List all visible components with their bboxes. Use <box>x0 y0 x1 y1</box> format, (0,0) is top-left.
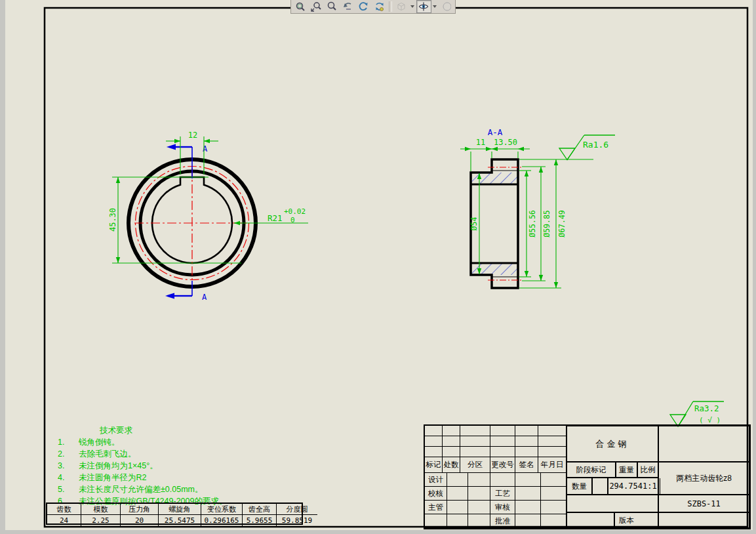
top-right-empty-cell <box>658 426 749 462</box>
previous-view-icon <box>342 1 353 12</box>
part-name: 两档主动齿轮z8 <box>676 473 732 484</box>
sign-label <box>425 514 447 528</box>
cut-arrow-top <box>167 144 176 150</box>
tech-req-item: 4.未注圆角半径为R2 <box>58 472 227 483</box>
zoom-to-area-button[interactable] <box>308 0 323 13</box>
view-orientation-button[interactable] <box>394 0 409 13</box>
zoom-to-area-icon <box>311 1 321 12</box>
surface-finish-text[interactable]: Ra1.6 <box>583 140 608 150</box>
revision-header: 更改号 <box>490 457 515 473</box>
drawing-no: SZBS-11 <box>687 499 721 508</box>
tech-req-title: 技术要求 <box>58 424 227 436</box>
technical-requirements: 技术要求 1.锐角倒钝。 2.去除毛刺飞边。 3.未注倒角均为1×45°。 4.… <box>58 424 227 507</box>
version-label: 版本 <box>619 516 634 525</box>
display-style-eye-icon <box>418 1 429 12</box>
shaded-sphere-icon <box>441 1 451 12</box>
weight-scale-cell: 294.7541:1 <box>608 478 658 495</box>
rotate-view-icon <box>358 1 368 12</box>
tech-req-text: 锐角倒钝。 <box>79 436 120 448</box>
dim-bore-tol-lower: 0 <box>290 216 295 224</box>
tech-req-item: 3.未注倒角均为1×45°。 <box>58 460 227 472</box>
gear-table-header: 变位系数 <box>201 504 243 515</box>
sign-label: 审核 <box>490 501 515 514</box>
gear-table-header: 压力角 <box>121 504 159 515</box>
zoom-in-out-button[interactable] <box>324 0 339 13</box>
view-toolbar <box>290 0 456 14</box>
gear-table-value: 59.8519 <box>277 515 317 526</box>
tech-req-item: 5.未注长度尺寸允许偏差±0.05mm。 <box>58 483 227 495</box>
gear-table-header: 分度圆 <box>277 504 317 515</box>
dim-keyway-depth-text[interactable]: 45.30 <box>108 208 117 232</box>
revision-header: 标记 <box>425 457 443 473</box>
scale-label-cell: 比例 <box>637 462 658 478</box>
sign-label: 主管 <box>425 501 447 514</box>
zoom-to-fit-button[interactable] <box>292 0 308 13</box>
zoom-in-out-icon <box>327 1 337 12</box>
sign-label: 工艺 <box>490 487 515 501</box>
gear-table-header: 齿数 <box>47 504 81 515</box>
gear-table-value: 24 <box>47 515 81 526</box>
title-block: 标记 处数 分区 更改号 签名 年月日 设计 校核工艺 主管审核 批准 合金钢 … <box>424 424 751 529</box>
rotate-view-button[interactable] <box>356 0 371 13</box>
view-orientation-cube-icon <box>396 1 407 12</box>
stage-mark-cell: 阶段标记 <box>567 462 616 478</box>
sign-label <box>490 473 515 487</box>
dim-bore-radius-text[interactable]: R21 <box>268 213 283 223</box>
display-style-dropdown[interactable] <box>432 1 438 12</box>
section-view-label: A-A <box>488 127 503 137</box>
view-orientation-dropdown[interactable] <box>410 1 416 12</box>
gear-table-header: 螺旋角 <box>159 504 201 515</box>
gear-table-header: 齿全高 <box>243 504 277 515</box>
toolbar-separator <box>389 1 392 12</box>
cut-label-bottom: A <box>202 293 207 302</box>
tech-req-no: 3. <box>58 460 79 472</box>
tech-req-no: 1. <box>58 436 79 448</box>
tech-req-no: 4. <box>58 472 79 483</box>
revision-grid <box>425 426 567 457</box>
dim-hub-width-text[interactable]: 11 <box>476 138 485 147</box>
revision-header: 分区 <box>460 457 490 473</box>
material-value: 合金钢 <box>596 438 629 450</box>
revision-header: 年月日 <box>538 457 567 473</box>
tech-req-text: 未注长度尺寸允许偏差±0.05mm。 <box>79 483 203 495</box>
gear-table-value: 25.5475 <box>159 515 201 526</box>
redraw-button[interactable] <box>372 0 387 13</box>
empty-wide-cell <box>567 495 658 512</box>
previous-view-button[interactable] <box>340 0 355 13</box>
signature-rows: 设计 校核工艺 主管审核 批准 <box>425 473 567 528</box>
dim-teeth-width-text[interactable]: 13.50 <box>494 138 517 147</box>
dim-hub-dia-text[interactable]: Ø54 <box>469 217 479 231</box>
surface-note-default-mark: ( √ ) <box>699 416 721 424</box>
dim-root-dia-text[interactable]: Ø55.56 <box>528 210 537 237</box>
surface-note-text[interactable]: Ra3.2 <box>694 403 719 413</box>
tech-req-no: 5. <box>58 483 79 495</box>
tech-req-no: 2. <box>58 448 79 460</box>
dim-tip-dia-text[interactable]: Ø67.49 <box>557 210 567 237</box>
dim-pitch-dia-text[interactable]: Ø59.85 <box>542 210 551 237</box>
dim-keyway-width-text[interactable]: 12 <box>188 131 197 140</box>
gear-table-header: 模数 <box>81 504 121 515</box>
sign-label: 批准 <box>490 514 515 528</box>
revision-header: 处数 <box>443 457 460 473</box>
dim-bore-tol-upper: +0.02 <box>284 207 306 216</box>
gear-table-value: 2.25 <box>81 515 121 526</box>
tech-req-item: 1.锐角倒钝。 <box>58 436 227 448</box>
version-cell: 版本 <box>614 512 658 528</box>
gear-parameter-table: 齿数 模数 压力角 螺旋角 变位系数 齿全高 分度圆 24 2.25 20 25… <box>46 503 303 525</box>
weight-label-cell: 重量 <box>616 462 637 478</box>
zoom-to-fit-icon <box>295 1 306 12</box>
tech-req-text: 未注倒角均为1×45°。 <box>79 460 158 472</box>
sign-label: 设计 <box>425 473 447 487</box>
gear-table-value: 5.9655 <box>243 515 277 526</box>
revision-header: 签名 <box>515 457 538 473</box>
bottom-left-cell <box>567 512 614 528</box>
quantity-label-cell: 数量 <box>567 478 592 495</box>
shaded-button[interactable] <box>439 0 454 13</box>
tech-req-text: 去除毛刺飞边。 <box>79 448 136 460</box>
display-style-button[interactable] <box>416 0 431 13</box>
tech-req-text: 未注圆角半径为R2 <box>79 472 146 483</box>
bottom-right-empty-cell <box>658 512 749 528</box>
revision-header-row: 标记 处数 分区 更改号 签名 年月日 <box>425 457 567 473</box>
tech-req-item: 2.去除毛刺飞边。 <box>58 448 227 460</box>
material-cell: 合金钢 <box>567 426 658 462</box>
